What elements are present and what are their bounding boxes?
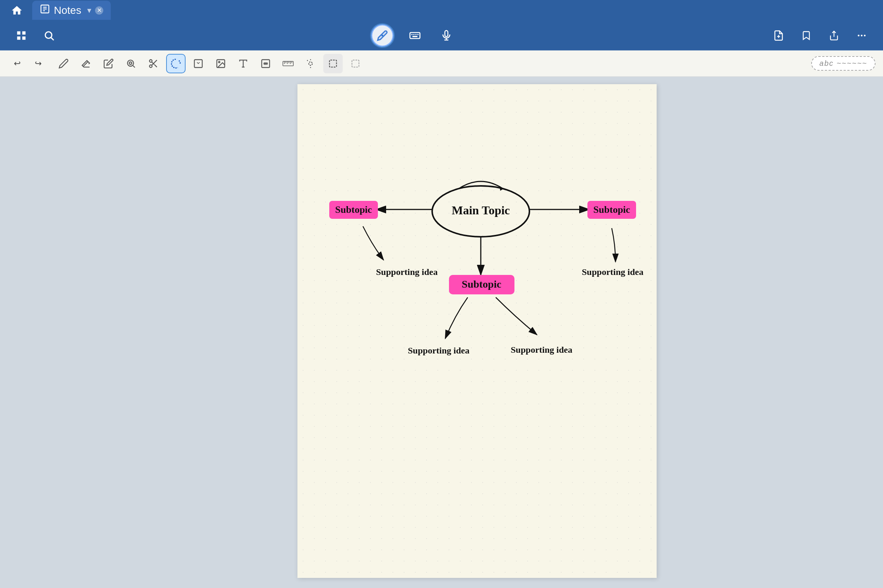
image-tool-button[interactable] [211,54,230,74]
svg-rect-6 [17,36,21,40]
svg-text:Supporting idea: Supporting idea [511,345,572,355]
svg-point-27 [129,62,132,64]
svg-text:Subtopic: Subtopic [593,204,630,215]
smart-select-button[interactable] [189,54,208,74]
svg-rect-7 [23,36,26,40]
svg-line-32 [155,64,157,67]
title-bar: Notes ▾ ✕ [0,0,883,21]
highlighter-tool-button[interactable] [99,54,118,74]
keyboard-button[interactable] [405,26,425,46]
bookmark-button[interactable] [796,26,816,46]
svg-line-9 [51,38,54,40]
pen-tool-button[interactable] [54,54,74,74]
cut-tool-button[interactable] [144,54,163,74]
svg-text:Supporting idea: Supporting idea [408,346,470,356]
rect-select-button[interactable] [346,54,365,74]
svg-rect-56 [352,60,359,67]
drawing-toolbar: ↩ ↪ [0,51,883,76]
eraser-tool-button[interactable] [76,54,96,74]
new-document-button[interactable] [769,26,789,46]
svg-text:Subtopic: Subtopic [335,204,372,215]
svg-point-24 [861,34,863,36]
svg-rect-17 [445,30,448,36]
canvas-area: Main Topic Subtopic Subtopic Subtopic Su… [71,76,883,588]
svg-text:Supporting idea: Supporting idea [582,267,644,277]
notes-tab[interactable]: Notes ▾ ✕ [32,1,111,20]
svg-line-28 [133,66,135,68]
svg-rect-4 [17,31,21,34]
shapes-tool-button[interactable] [301,54,320,74]
microphone-button[interactable] [436,26,457,46]
scan-tool-button[interactable] [256,54,275,74]
top-toolbar [0,21,883,51]
share-button[interactable] [824,26,844,46]
svg-line-54 [307,60,308,61]
grid-view-button[interactable] [11,26,32,46]
mindmap-svg: Main Topic Subtopic Subtopic Subtopic Su… [297,84,657,578]
home-button[interactable] [8,1,26,20]
undo-button[interactable]: ↩ [8,54,27,74]
svg-point-51 [309,62,312,65]
svg-point-8 [45,32,52,39]
circle-select-button[interactable] [121,54,141,74]
lasso-tool-button[interactable] [166,54,186,74]
active-pen-button[interactable] [371,24,393,47]
search-button[interactable] [39,26,59,46]
redo-button[interactable]: ↪ [29,54,48,74]
svg-point-30 [150,65,152,68]
svg-point-23 [858,34,860,36]
svg-rect-55 [330,60,337,67]
selection-tool-button[interactable] [323,54,343,74]
svg-point-25 [864,34,866,36]
svg-text:Supporting idea: Supporting idea [376,267,438,277]
tab-close-button[interactable]: ✕ [95,6,103,15]
svg-point-36 [219,62,220,63]
svg-text:Subtopic: Subtopic [462,278,502,290]
svg-point-10 [381,34,383,36]
text-tool-button[interactable] [233,54,253,74]
ruler-tool-button[interactable] [278,54,298,74]
handwriting-label: abc ~~~~~~ [811,56,875,71]
note-canvas[interactable]: Main Topic Subtopic Subtopic Subtopic Su… [297,84,657,578]
svg-rect-5 [23,31,26,34]
tab-icon [40,4,50,17]
more-options-button[interactable] [851,26,872,46]
svg-text:Main Topic: Main Topic [452,204,510,217]
tab-title: Notes [54,4,81,16]
svg-rect-11 [410,33,420,39]
